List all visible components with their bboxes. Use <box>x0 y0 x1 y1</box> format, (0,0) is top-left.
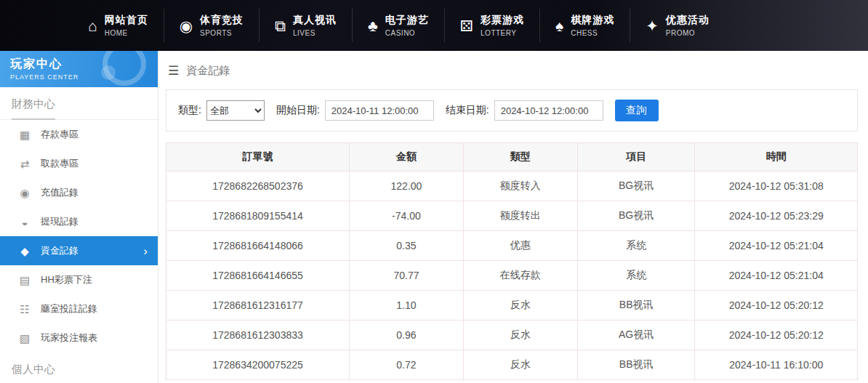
col-project: 項目 <box>577 143 695 172</box>
cell-project: 系统 <box>577 231 695 261</box>
section-personal-center: 個人中心 <box>0 352 158 383</box>
withdrawal-record-icon: ◒ <box>17 217 32 227</box>
cell-amount: 0.96 <box>350 320 464 350</box>
main-content: ☰ 資金記錄 類型: 全部 開始日期: 结束日期: 查詢 訂單號 金額 類型 <box>158 51 868 383</box>
cell-amount: 70.77 <box>350 261 464 291</box>
cell-order-no: 1728681809155414 <box>166 201 350 231</box>
cell-order-no: 1728681664146655 <box>166 261 350 291</box>
nav-sublabel: CHESS <box>571 29 614 37</box>
cell-time: 2024-10-12 05:20:12 <box>695 291 858 320</box>
nav-sublabel: LOTTERY <box>481 29 524 37</box>
chess-icon: ♠ <box>555 18 563 33</box>
table-row: 1728681612316177 1.10 反水 BB视讯 2024-10-12… <box>166 291 858 320</box>
nav-item-casino[interactable]: ♣ 电子游艺CASINO <box>352 9 444 42</box>
cell-project: BB视讯 <box>577 291 695 320</box>
report-icon: ▧ <box>17 333 32 344</box>
sidebar-item-label: 廳室投註記錄 <box>41 302 97 315</box>
table-row: 1728681612303833 0.96 反水 AG视讯 2024-10-12… <box>166 320 858 350</box>
cell-order-no: 1728634200075225 <box>166 350 350 380</box>
nav-item-sports[interactable]: ◉ 体育竞技SPORTS <box>164 9 259 42</box>
live-cards-icon: ⧉ <box>275 18 286 33</box>
gift-icon: ✦ <box>646 18 659 33</box>
cell-time: 2024-10-11 16:10:00 <box>695 350 858 380</box>
nav-sublabel: SPORTS <box>200 29 244 37</box>
nav-label: 彩票游戏 <box>481 14 524 27</box>
cell-project: BB视讯 <box>577 350 695 380</box>
nav-item-promo[interactable]: ✦ 优惠活动PROMO <box>630 9 725 42</box>
sidebar-item-player-bet-report[interactable]: ▧ 玩家投注報表 <box>0 323 158 352</box>
top-navigation: ⌂ 网站首页HOME ◉ 体育竞技SPORTS ⧉ 真人视讯LIVES ♣ 电子… <box>0 0 868 51</box>
cell-time: 2024-10-12 05:23:29 <box>695 201 858 231</box>
type-select[interactable]: 全部 <box>206 100 265 121</box>
table-row: 1728634200075225 0.72 反水 BB视讯 2024-10-11… <box>166 350 858 380</box>
cell-order-no: 1728681612316177 <box>166 291 350 320</box>
sidebar-item-hh-lottery-bets[interactable]: ▤ HH彩票下注 <box>0 265 158 294</box>
cell-type: 额度转出 <box>463 201 577 231</box>
cell-type: 反水 <box>463 320 577 350</box>
hall-bet-icon: ☷ <box>17 304 32 315</box>
cell-type: 优惠 <box>463 231 577 261</box>
sidebar-item-recharge-record[interactable]: ◉ 充值記錄 <box>0 178 158 207</box>
start-date-input[interactable] <box>325 100 434 121</box>
cell-type: 反水 <box>463 291 577 320</box>
cell-type: 额度转入 <box>463 172 577 201</box>
col-time: 時間 <box>695 143 858 172</box>
cell-amount: 0.72 <box>350 350 464 380</box>
sidebar-item-withdraw[interactable]: ⇄ 取款專區 <box>0 149 158 178</box>
type-label: 類型: <box>178 104 201 117</box>
nav-item-lives[interactable]: ⧉ 真人视讯LIVES <box>259 9 352 42</box>
cell-project: BG视讯 <box>577 201 695 231</box>
query-button[interactable]: 查詢 <box>615 100 659 121</box>
nav-item-home[interactable]: ⌂ 网站首页HOME <box>73 9 164 42</box>
col-amount: 金額 <box>350 143 464 172</box>
sidebar-item-label: 提現記錄 <box>41 215 79 228</box>
cell-order-no: 1728681664148066 <box>166 231 350 261</box>
sidebar-item-hall-bet-record[interactable]: ☷ 廳室投註記錄 <box>0 294 158 323</box>
lottery-bets-icon: ▤ <box>17 275 32 286</box>
lottery-icon: ⚄ <box>460 18 473 33</box>
sidebar-item-label: 玩家投注報表 <box>41 331 97 344</box>
nav-sublabel: HOME <box>105 29 148 37</box>
nav-item-lottery[interactable]: ⚄ 彩票游戏LOTTERY <box>444 9 539 42</box>
cell-amount: 1.10 <box>350 291 464 320</box>
end-date-input[interactable] <box>494 100 603 121</box>
nav-label: 网站首页 <box>105 14 148 27</box>
cell-project: AG视讯 <box>577 320 695 350</box>
sidebar-item-funds-record[interactable]: ◆ 資金記錄 › <box>0 236 158 265</box>
start-date-label: 開始日期: <box>276 104 320 117</box>
nav-sublabel: CASINO <box>385 29 429 37</box>
funds-record-table: 訂單號 金額 類型 項目 時間 1728682268502376 122.00 … <box>166 142 858 380</box>
menu-icon: ☰ <box>168 65 179 77</box>
nav-item-chess[interactable]: ♠ 棋牌游戏CHESS <box>539 9 630 42</box>
sidebar-item-deposit[interactable]: ▦ 存款專區 <box>0 120 158 149</box>
cell-project: 系统 <box>577 261 695 291</box>
players-center-header: 玩家中心 PLAYERS CENTER <box>0 51 158 87</box>
deposit-icon: ▦ <box>17 129 32 140</box>
nav-sublabel: LIVES <box>293 29 337 37</box>
funds-icon: ◆ <box>17 246 32 257</box>
sidebar-item-label: 資金記錄 <box>41 244 79 257</box>
col-order-no: 訂單號 <box>166 143 350 172</box>
nav-label: 棋牌游戏 <box>571 14 614 27</box>
sidebar-item-label: HH彩票下注 <box>41 273 92 286</box>
cell-project: BG视讯 <box>577 172 695 201</box>
sidebar-item-label: 取款專區 <box>41 157 79 170</box>
cell-order-no: 1728682268502376 <box>166 172 350 201</box>
table-header-row: 訂單號 金額 類型 項目 時間 <box>166 143 858 172</box>
cell-amount: 0.35 <box>350 231 464 261</box>
nav-label: 电子游艺 <box>385 14 429 27</box>
home-icon: ⌂ <box>88 18 97 33</box>
col-type: 類型 <box>463 143 577 172</box>
cell-type: 反水 <box>463 350 577 380</box>
sidebar-item-withdrawal-record[interactable]: ◒ 提現記錄 <box>0 207 158 236</box>
nav-label: 体育竞技 <box>200 14 244 27</box>
filter-bar: 類型: 全部 開始日期: 结束日期: 查詢 <box>166 89 858 132</box>
sidebar-item-label: 充值記錄 <box>41 186 79 199</box>
chevron-right-icon: › <box>143 245 148 257</box>
cell-amount: 122.00 <box>350 172 464 201</box>
table-row: 1728681809155414 -74.00 额度转出 BG视讯 2024-1… <box>166 201 858 231</box>
nav-label: 真人视讯 <box>293 14 337 27</box>
cell-type: 在线存款 <box>463 261 577 291</box>
end-date-label: 结束日期: <box>446 104 489 117</box>
cell-order-no: 1728681612303833 <box>166 320 350 350</box>
